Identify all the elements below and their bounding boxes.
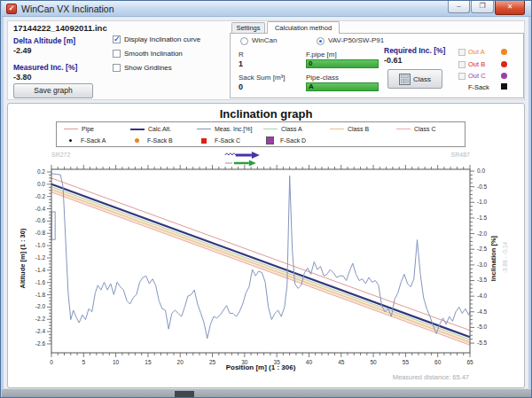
svg-text:-1.0: -1.0 — [35, 242, 46, 248]
checkbox-label: Display Inclination curve — [124, 35, 200, 43]
svg-text:-0.2: -0.2 — [35, 193, 46, 199]
sack-sum-value: 0 — [239, 82, 243, 91]
svg-text:-3.5: -3.5 — [477, 277, 488, 283]
svg-text:-2.6: -2.6 — [35, 340, 46, 347]
svg-text:-2.0: -2.0 — [35, 303, 46, 309]
svg-text:-1.2: -1.2 — [35, 254, 46, 261]
checkbox-show-gridlines[interactable]: Show Gridlines — [113, 63, 172, 72]
pipe-class-label: Pipe-class — [306, 74, 339, 82]
svg-text:0.2: 0.2 — [37, 168, 45, 175]
f-sack-label: F-Sack — [468, 83, 489, 91]
svg-text:-2.2: -2.2 — [35, 316, 46, 322]
right-axis-title: Inclination [%] — [489, 197, 497, 321]
maximize-button[interactable]: ❐ — [471, 1, 494, 13]
svg-text:-3.0: -3.0 — [477, 261, 488, 268]
dialog-content: 17144222_14092011.inc Delta Altitude [m]… — [4, 17, 528, 388]
f-sack-color-square-icon — [501, 83, 507, 90]
series-pipe — [51, 178, 470, 331]
svg-text:-2.5: -2.5 — [477, 246, 488, 252]
title-bar[interactable]: ✓ WinCan VX Inclination – ❐ ✕ — [2, 1, 532, 17]
checkbox-display-inclination-curve[interactable]: Display Inclination curve — [113, 35, 200, 43]
right-axis-range-label: -3.88 - -0.14 — [502, 196, 508, 320]
delta-altitude-label: Delta Altitude [m] — [13, 36, 75, 45]
start-marker — [51, 212, 55, 239]
svg-text:-1.8: -1.8 — [35, 292, 46, 298]
checkbox-unchecked-icon[interactable] — [113, 64, 121, 72]
checkbox-unchecked-icon[interactable] — [458, 61, 466, 68]
sack-sum-label: Sack Sum [m³] — [239, 74, 285, 82]
checkbox-unchecked-icon[interactable] — [458, 49, 466, 56]
svg-text:0.0: 0.0 — [37, 181, 45, 187]
chart-plot-svg: 051015202530354045505560650.20.0-0.2-0.4… — [8, 104, 526, 389]
svg-text:0.0: 0.0 — [477, 168, 485, 174]
measured-distance-label: Measured distance: 65.47 — [301, 373, 469, 381]
calculator-icon — [399, 74, 411, 85]
inclination-filename: 17144222_14092011.inc — [13, 23, 107, 33]
measured-inc-value: -3.80 — [13, 73, 32, 82]
minimize-button[interactable]: – — [448, 1, 470, 13]
out-b-color-dot-icon — [501, 61, 507, 67]
svg-text:-0.5: -0.5 — [477, 183, 488, 190]
out-c-color-dot-icon — [501, 73, 507, 79]
svg-text:-5.5: -5.5 — [477, 339, 488, 346]
checkbox-out-b[interactable]: Out B — [458, 60, 485, 68]
checkbox-smooth-inclination[interactable]: Smooth Inclination — [113, 49, 183, 58]
svg-text:-2.4: -2.4 — [35, 328, 46, 334]
svg-text:-0.4: -0.4 — [35, 206, 46, 212]
radio-wincan[interactable] — [240, 37, 248, 45]
required-inc-label: Required Inc. [%] — [384, 46, 445, 55]
out-a-color-dot-icon — [501, 49, 507, 55]
svg-text:-1.4: -1.4 — [35, 267, 46, 273]
out-c-label: Out C — [468, 72, 486, 80]
window-title: WinCan VX Inclination — [21, 4, 113, 14]
svg-text:-1.6: -1.6 — [35, 279, 46, 285]
checkbox-unchecked-icon[interactable] — [458, 73, 466, 80]
flow-direction-arrows-icon — [225, 152, 260, 167]
taskbar-artifact — [175, 391, 194, 398]
checkbox-label: Show Gridlines — [124, 64, 172, 72]
required-inc-value: -0.61 — [384, 56, 403, 65]
series-class-c — [51, 192, 470, 345]
svg-text:-0.8: -0.8 — [35, 230, 46, 236]
svg-text:-5.0: -5.0 — [477, 324, 488, 330]
svg-text:-2.0: -2.0 — [477, 230, 488, 237]
class-button[interactable]: Class — [387, 69, 442, 89]
series-class-a — [51, 187, 470, 340]
fpipe-value-bar: 0 — [306, 59, 379, 68]
radio-vav-p50[interactable] — [317, 37, 325, 45]
out-a-label: Out A — [468, 48, 485, 56]
app-icon: ✓ — [6, 4, 17, 14]
r-value: 1 — [239, 59, 243, 68]
window-bottom-edge — [2, 388, 532, 398]
settings-panel: 17144222_14092011.inc Delta Altitude [m]… — [7, 20, 525, 100]
svg-text:-0.6: -0.6 — [35, 217, 46, 223]
out-b-label: Out B — [468, 60, 485, 68]
left-axis-title: Altitude [m] (1 : 30) — [19, 197, 27, 321]
checkbox-out-a[interactable]: Out A — [458, 48, 485, 56]
x-axis-title: Position [m] (1 : 306) — [51, 363, 470, 371]
class-button-label: Class — [413, 75, 431, 83]
svg-text:-4.0: -4.0 — [477, 293, 488, 299]
checkbox-checked-icon[interactable] — [113, 35, 121, 43]
series-class-b — [51, 190, 470, 343]
svg-text:-1.0: -1.0 — [477, 199, 488, 205]
inclination-graph-panel: Inclination graph PipeCalc.Alt.Meas. Inc… — [7, 103, 525, 388]
radio-vav-p50-label: VAV-P50/SW-P91 — [328, 36, 384, 44]
svg-text:-4.5: -4.5 — [477, 308, 488, 315]
delta-altitude-value: -2.49 — [13, 46, 32, 55]
svg-text:-1.5: -1.5 — [477, 215, 488, 221]
close-button[interactable]: ✕ — [495, 1, 525, 15]
app-window: ✓ WinCan VX Inclination – ❐ ✕ 17144222_1… — [0, 0, 532, 398]
checkbox-unchecked-icon[interactable] — [113, 50, 121, 58]
r-label: R — [239, 51, 244, 59]
series-calc-alt- — [51, 184, 470, 337]
fpipe-label: F.pipe [m] — [306, 51, 337, 59]
radio-wincan-label: WinCan — [252, 36, 277, 44]
save-graph-button[interactable]: Save graph — [13, 83, 93, 98]
tab-calculation-method[interactable]: Calculation method — [267, 21, 340, 34]
checkbox-label: Smooth Inclination — [124, 50, 183, 58]
checkbox-out-c[interactable]: Out C — [458, 72, 486, 80]
measured-inc-label: Measured Inc. [%] — [13, 63, 77, 72]
pipe-class-value-bar: A — [306, 82, 379, 91]
